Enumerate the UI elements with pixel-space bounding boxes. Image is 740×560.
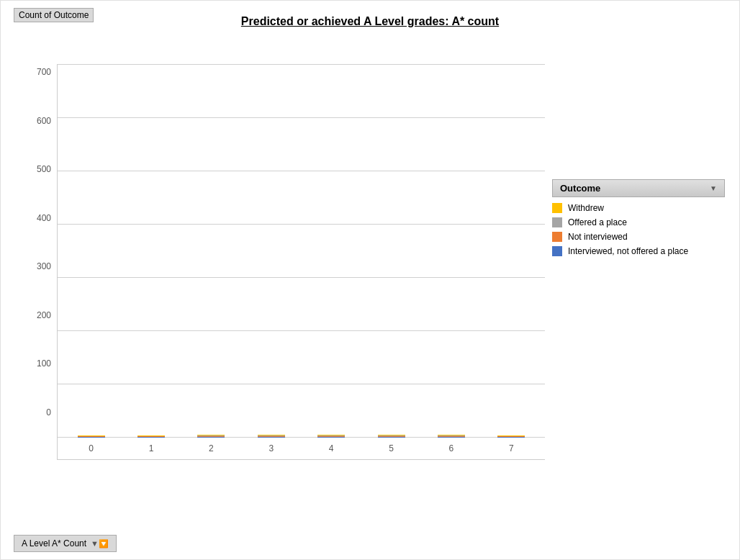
y-tick-300: 300	[37, 262, 51, 271]
y-tick-600: 600	[37, 117, 51, 125]
legend-item-offered-place: Offered a place	[552, 217, 725, 227]
legend-label-not-interviewed: Not interviewed	[568, 232, 628, 242]
x-label-3: 3	[241, 443, 301, 453]
chart-title: Predicted or achieved A Level grades: A*…	[8, 15, 732, 28]
bar-group-5	[361, 68, 421, 438]
legend-color-interviewed-not-offered	[552, 246, 562, 256]
chart-inner: 0 1 2 3 4 5 6 7	[57, 64, 545, 460]
bar-group-4	[302, 68, 361, 438]
x-label-7: 7	[482, 443, 541, 453]
footer-filter[interactable]: A Level A* Count ▼🔽	[14, 535, 117, 552]
filter-icon: ▼🔽	[91, 539, 109, 548]
y-tick-100: 100	[37, 359, 51, 368]
x-label-2: 2	[181, 443, 241, 453]
y-tick-200: 200	[37, 311, 51, 320]
chart-area: 700 600 500 400 300 200 100 0	[8, 35, 732, 482]
legend-item-withdrew: Withdrew	[552, 203, 725, 213]
legend-title-text: Outcome	[560, 183, 600, 194]
legend-label-withdrew: Withdrew	[568, 203, 604, 213]
y-axis: 700 600 500 400 300 200 100 0	[21, 64, 57, 460]
legend-color-withdrew	[552, 203, 562, 213]
bar-group-0	[61, 68, 121, 438]
y-tick-0: 0	[46, 408, 51, 417]
y-tick-400: 400	[37, 214, 51, 222]
legend-label-interviewed-not-offered: Interviewed, not offered a place	[568, 246, 688, 256]
legend-dropdown-icon: ▼	[710, 184, 717, 192]
bar-group-3	[241, 68, 301, 438]
legend-color-offered-place	[552, 217, 562, 227]
x-label-5: 5	[361, 443, 421, 453]
legend-label-offered-place: Offered a place	[568, 217, 627, 227]
y-tick-700: 700	[37, 68, 51, 76]
bar-group-2	[181, 68, 241, 438]
bar-group-1	[121, 68, 181, 438]
legend-item-not-interviewed: Not interviewed	[552, 232, 725, 242]
filter-label: A Level A* Count	[22, 538, 86, 548]
y-axis-label: Count of Outcome	[14, 8, 94, 22]
x-axis: 0 1 2 3 4 5 6 7	[58, 438, 545, 459]
grid-line-700	[58, 64, 545, 65]
x-label-6: 6	[421, 443, 481, 453]
legend-color-not-interviewed	[552, 232, 562, 242]
bar-group-7	[482, 68, 541, 438]
y-tick-500: 500	[37, 165, 51, 173]
bars-container	[58, 68, 545, 438]
legend: Outcome ▼ Withdrew Offered a place Not i…	[552, 179, 725, 261]
bar-group-6	[421, 68, 481, 438]
x-label-1: 1	[121, 443, 181, 453]
legend-item-interviewed-not-offered: Interviewed, not offered a place	[552, 246, 725, 256]
x-label-0: 0	[61, 443, 121, 453]
legend-title[interactable]: Outcome ▼	[552, 179, 725, 197]
chart-container: Predicted or achieved A Level grades: A*…	[0, 0, 740, 560]
x-label-4: 4	[302, 443, 361, 453]
